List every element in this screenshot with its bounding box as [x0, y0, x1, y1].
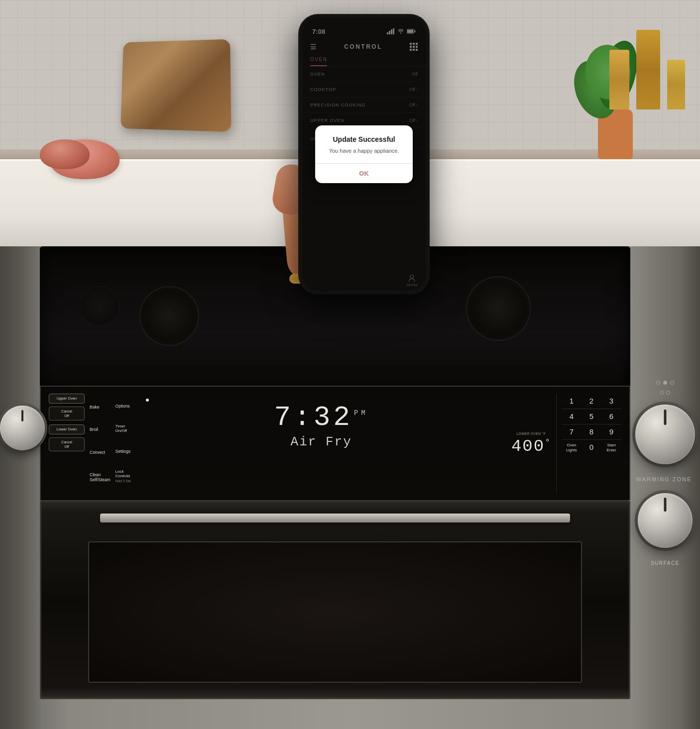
function-labels: Bake Broil Convect CleanSelf/Steam [90, 394, 111, 493]
num-2[interactable]: 2 [582, 394, 601, 409]
num-7[interactable]: 7 [562, 424, 582, 440]
cancel-off-1-button[interactable]: CancelOff [49, 407, 85, 420]
oven-lights-button[interactable]: OvenLights [562, 440, 582, 455]
dialog-message: You have a happy appliance. [323, 147, 405, 155]
num-9[interactable]: 9 [601, 424, 621, 440]
num-6[interactable]: 6 [601, 409, 621, 424]
phone-body: 7:08 [299, 15, 429, 294]
wifi-indicator [146, 399, 149, 402]
lock-controls-button[interactable]: LockControlsHold 3 Sec [116, 469, 131, 484]
main-scene: Upper Oven CancelOff Lower Oven CancelOf… [0, 0, 700, 729]
num-3[interactable]: 3 [601, 394, 621, 409]
dialog-ok-button[interactable]: OK [323, 164, 405, 183]
dot-indicators [656, 381, 674, 385]
num-8[interactable]: 8 [582, 424, 601, 440]
phone-scene: 7:08 [284, 15, 444, 353]
start-enter-button[interactable]: StartEnter [601, 440, 621, 455]
temp-display-area: LOWER OVEN °F 400° [511, 394, 551, 493]
dot-5 [666, 391, 670, 395]
main-display: 7:32PM Air Fry [136, 394, 506, 493]
right-knob-1[interactable] [635, 405, 695, 464]
knob-indicator [21, 410, 23, 421]
settings-button[interactable]: Settings [116, 449, 131, 454]
temp-display: 400° [511, 438, 551, 455]
convect-button[interactable]: Convect [90, 450, 111, 455]
digital-panel: Upper Oven CancelOff Lower Oven CancelOf… [40, 386, 630, 500]
divider [556, 394, 557, 493]
function-labels-2: Options TimerOn/Off Settings LockControl… [116, 394, 131, 493]
knob-indicator [664, 410, 667, 425]
dot-2 [663, 381, 667, 385]
num-0[interactable]: 0 [582, 440, 601, 455]
burner-back-left [80, 286, 119, 326]
left-knob[interactable] [0, 406, 45, 450]
clean-button[interactable]: CleanSelf/Steam [90, 472, 111, 482]
bake-button[interactable]: Bake [90, 405, 111, 410]
time-display: 7:32PM [274, 404, 368, 431]
lower-oven-button[interactable]: Lower Oven [49, 424, 85, 434]
options-button[interactable]: Options [116, 404, 131, 409]
upper-oven-button[interactable]: Upper Oven [49, 394, 85, 404]
dot-3 [670, 381, 674, 385]
oven-door [40, 500, 630, 699]
mode-display: Air Fry [291, 434, 352, 449]
update-dialog: Update Successful You have a happy appli… [315, 125, 413, 183]
surface-label: SURFACE [651, 558, 680, 567]
dot-row-2 [660, 391, 670, 395]
timer-button[interactable]: TimerOn/Off [116, 424, 131, 433]
phone-screen: 7:08 [302, 18, 426, 291]
dialog-overlay: Update Successful You have a happy appli… [302, 18, 426, 291]
small-bowl [40, 139, 90, 169]
burner-front-left [139, 286, 199, 346]
gold-bottle-1 [609, 50, 629, 109]
panel-inner: Upper Oven CancelOff Lower Oven CancelOf… [41, 387, 629, 500]
left-button-group: Upper Oven CancelOff Lower Oven CancelOf… [49, 394, 85, 493]
right-knob-2[interactable] [638, 493, 693, 548]
knob-indicator-2 [664, 498, 667, 512]
oven-door-handle [100, 514, 570, 522]
num-4[interactable]: 4 [562, 409, 582, 424]
gold-bottle-2 [636, 30, 660, 109]
broil-button[interactable]: Broil [90, 427, 111, 432]
dot-4 [660, 391, 664, 395]
numpad: 1 2 3 4 5 6 7 8 9 OvenLights 0 StartEnte… [562, 394, 621, 493]
warming-zone-label-container: WARMING ZONE [636, 474, 695, 483]
burner-front-right [466, 276, 531, 341]
gold-bottle-3 [667, 60, 685, 109]
warming-zone-label: WARMING ZONE [636, 476, 692, 482]
oven-window [88, 541, 582, 683]
num-1[interactable]: 1 [562, 394, 582, 409]
dot-1 [656, 381, 660, 385]
right-knobs-container: WARMING ZONE SURFACE [635, 381, 700, 567]
num-5[interactable]: 5 [582, 409, 601, 424]
dialog-title: Update Successful [323, 135, 405, 143]
cutting-board [120, 39, 231, 132]
gold-containers [609, 30, 685, 109]
left-knob-container [0, 406, 50, 455]
cancel-off-2-button[interactable]: CancelOff [49, 437, 85, 451]
